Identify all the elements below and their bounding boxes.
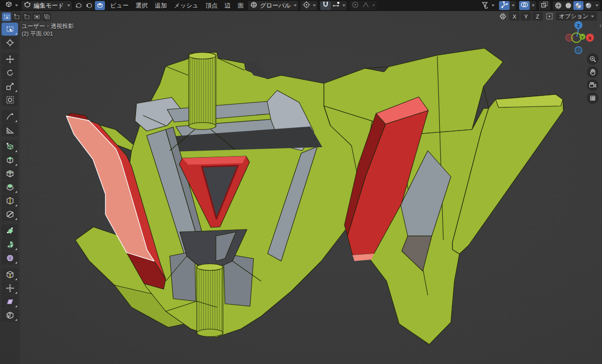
viewport-info-overlay: ユーザー・透視投影 (2) 平面.001 bbox=[22, 23, 74, 38]
subtool-indicator bbox=[15, 248, 17, 250]
bottom-cylinder[interactable] bbox=[197, 264, 223, 337]
gizmo-dropdown[interactable] bbox=[510, 1, 516, 10]
nav-toggle-orthographic-button[interactable] bbox=[587, 92, 598, 104]
select-option-subtract[interactable] bbox=[22, 13, 31, 21]
object-visibility-dropdown[interactable] bbox=[479, 1, 496, 10]
header-right-cluster bbox=[479, 1, 600, 10]
xray-toggle[interactable] bbox=[539, 1, 550, 10]
menu-select[interactable]: 選択 bbox=[132, 1, 151, 10]
snap-target-icon bbox=[332, 1, 340, 11]
nav-camera-view-button[interactable] bbox=[587, 79, 598, 91]
axis-button-y[interactable]: Y bbox=[521, 12, 531, 21]
tool-bevel[interactable] bbox=[2, 181, 18, 194]
mesh-object-plane-001[interactable] bbox=[0, 0, 602, 364]
subtool-indicator bbox=[15, 262, 17, 264]
sidebar-toggle-arrow[interactable]: ‹ bbox=[599, 22, 601, 29]
tool-move[interactable] bbox=[2, 53, 18, 66]
nav-pan-button[interactable] bbox=[587, 66, 598, 78]
tool-smooth[interactable] bbox=[2, 252, 18, 265]
snap-projection-icon[interactable] bbox=[544, 12, 554, 21]
pivot-point-dropdown[interactable] bbox=[301, 1, 317, 10]
edit-mode-icon bbox=[23, 1, 32, 11]
chevron-down-icon bbox=[313, 5, 316, 7]
transform-orientation-dropdown[interactable]: グローバル bbox=[248, 1, 298, 10]
gizmo-z-label: Z bbox=[577, 23, 580, 28]
tool-loop-cut[interactable] bbox=[2, 194, 18, 207]
tool-inset-faces[interactable] bbox=[2, 167, 18, 180]
menu-add[interactable]: 追加 bbox=[151, 1, 170, 10]
navigation-gizmo[interactable]: Y X Z bbox=[556, 18, 595, 57]
select-option-invert[interactable] bbox=[32, 13, 41, 21]
select-option-intersect[interactable] bbox=[42, 13, 51, 21]
tool-add-cube[interactable] bbox=[2, 140, 18, 153]
select-mode-edge[interactable] bbox=[84, 1, 94, 10]
chevron-down-icon bbox=[15, 5, 18, 7]
chevron-down-icon bbox=[372, 5, 375, 7]
tool-poly-build[interactable] bbox=[2, 224, 18, 237]
gizmo-axis-neg-z[interactable] bbox=[575, 47, 582, 54]
menu-view[interactable]: ビュー bbox=[107, 1, 133, 10]
tool-shrink-fatten[interactable] bbox=[2, 282, 18, 295]
tool-annotate[interactable] bbox=[2, 110, 18, 123]
tool-transform[interactable] bbox=[2, 93, 18, 106]
tool-scale[interactable] bbox=[2, 80, 18, 93]
proportional-icon bbox=[351, 1, 359, 11]
subtool-indicator bbox=[15, 90, 17, 92]
orientation-globe-icon bbox=[250, 1, 258, 11]
axis-button-x[interactable]: X bbox=[509, 12, 520, 21]
subtool-indicator bbox=[15, 164, 17, 166]
tool-rotate[interactable] bbox=[2, 66, 18, 79]
header-center-cluster: グローバル bbox=[248, 1, 377, 10]
tool-spin[interactable] bbox=[2, 238, 18, 251]
proportional-falloff-dropdown[interactable] bbox=[360, 1, 376, 10]
snap-with-dropdown[interactable] bbox=[331, 1, 346, 10]
tool-knife[interactable] bbox=[2, 208, 18, 221]
face-right-wing-far-bevel[interactable] bbox=[496, 94, 563, 107]
gizmo-y-label: Y bbox=[581, 35, 584, 40]
tool-extrude-region[interactable] bbox=[2, 154, 18, 167]
proportional-editing-toggle[interactable] bbox=[350, 1, 360, 10]
shading-dropdown[interactable] bbox=[593, 1, 599, 10]
subtool-indicator bbox=[15, 204, 17, 206]
top-cylinder[interactable] bbox=[189, 53, 216, 130]
show-gizmo-toggle[interactable] bbox=[499, 1, 510, 10]
snap-toggle[interactable] bbox=[320, 1, 331, 10]
orientation-label: グローバル bbox=[259, 2, 292, 10]
select-option-set[interactable] bbox=[2, 13, 11, 21]
mode-selector[interactable]: 編集モード bbox=[22, 1, 72, 10]
tool-shear[interactable] bbox=[2, 295, 18, 308]
select-tool-options bbox=[2, 13, 51, 21]
select-mode-vertex[interactable] bbox=[74, 1, 84, 10]
blender-window: 編集モード ビュー選択追加メッシュ頂点辺面UV グローバル bbox=[0, 0, 602, 364]
chevron-down-icon bbox=[67, 5, 70, 7]
editor-type-button[interactable] bbox=[3, 1, 20, 10]
axis-button-z[interactable]: Z bbox=[532, 12, 543, 21]
menu-vertex[interactable]: 頂点 bbox=[202, 1, 221, 10]
subtool-indicator bbox=[15, 319, 17, 321]
menu-edge[interactable]: 辺 bbox=[221, 1, 234, 10]
subtool-indicator bbox=[15, 120, 17, 122]
select-mode-toggles bbox=[74, 1, 105, 10]
mirror-icon[interactable] bbox=[498, 12, 508, 21]
gizmo-x-label: X bbox=[588, 36, 591, 41]
tool-edge-slide[interactable] bbox=[2, 268, 18, 281]
select-option-extend[interactable] bbox=[12, 13, 21, 21]
nav-zoom-button[interactable] bbox=[587, 53, 598, 65]
shading-solid[interactable] bbox=[563, 1, 573, 10]
tool-rip-region[interactable] bbox=[2, 309, 18, 322]
menu-mesh[interactable]: メッシュ bbox=[170, 1, 202, 10]
chevron-down-icon bbox=[492, 5, 495, 7]
overlays-icon bbox=[520, 1, 529, 11]
shading-material-preview[interactable] bbox=[573, 1, 583, 10]
show-overlays-toggle[interactable] bbox=[519, 1, 530, 10]
menu-face[interactable]: 面 bbox=[234, 1, 247, 10]
subtool-indicator bbox=[15, 150, 17, 152]
tool-measure[interactable] bbox=[2, 124, 18, 137]
shading-wireframe[interactable] bbox=[553, 1, 563, 10]
overlays-dropdown[interactable] bbox=[530, 1, 536, 10]
shading-rendered[interactable] bbox=[583, 1, 593, 10]
tool-cursor[interactable] bbox=[2, 36, 18, 49]
select-mode-face[interactable] bbox=[95, 1, 105, 10]
tool-select-box[interactable] bbox=[2, 23, 18, 36]
shading-mode-group bbox=[553, 1, 600, 10]
